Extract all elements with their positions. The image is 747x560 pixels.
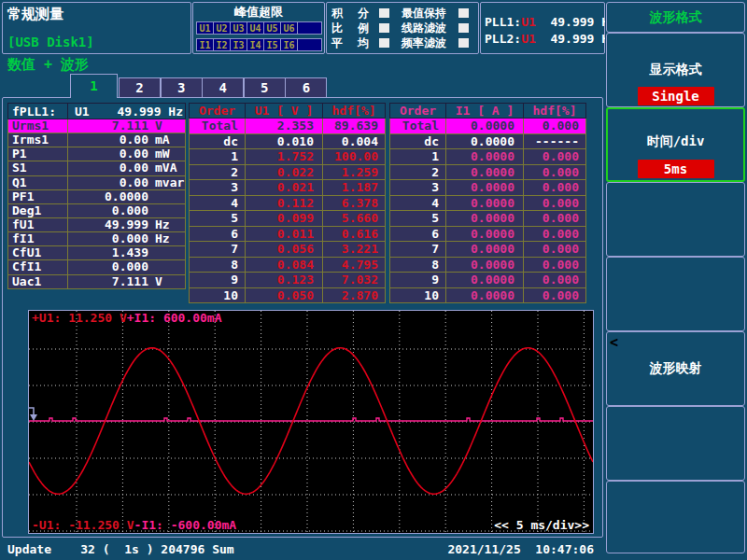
- harmonic-hdf: 6.378: [323, 196, 385, 211]
- measure-value: 0.000: [68, 204, 148, 217]
- measure-unit: [148, 260, 185, 273]
- harmonic-order: 4: [190, 196, 246, 211]
- softkey-section0[interactable]: 显示格式Single: [606, 33, 745, 107]
- measure-value: 0.0000: [68, 190, 148, 203]
- tab-2[interactable]: 2: [119, 77, 161, 98]
- tab-6[interactable]: 6: [285, 77, 327, 98]
- measure-unit: [148, 204, 185, 217]
- u1-harmonics-table: OrderU1 [ V ]hdf[%]Total2.35389.639dc0.0…: [189, 103, 386, 303]
- harmonic-row-1: 11.752100.00: [189, 149, 386, 165]
- mode-toggle-label: 积: [331, 7, 345, 20]
- usb-status: [USB Disk1]: [7, 35, 94, 49]
- softkey-section4[interactable]: <波形映射: [606, 331, 745, 406]
- waveform-canvas: [29, 311, 593, 533]
- softkey-label: 时间/div: [608, 133, 743, 150]
- filter-toggle-label: 最值保持: [402, 7, 450, 20]
- measure-name: fU1: [8, 218, 68, 231]
- measure-name: Deg1: [8, 204, 68, 217]
- peak-cell-u1: U1: [196, 21, 214, 35]
- softkey-sidebar: 波形格式 显示格式Single时间/div5ms<波形映射: [605, 0, 747, 560]
- harmonic-order: Total: [390, 119, 446, 133]
- measure-name: fI1: [8, 232, 68, 245]
- harmonic-order: 9: [190, 273, 246, 287]
- harmonic-value: 0.123: [246, 273, 323, 287]
- tab-1[interactable]: 1: [70, 74, 118, 98]
- harmonics-header: OrderU1 [ V ]hdf[%]: [189, 103, 386, 119]
- softkey-div[interactable]: 时间/div5ms: [606, 107, 745, 182]
- pll-row: PLL1:U1 49.999 Hz: [485, 15, 616, 29]
- page-title: 常规测量: [7, 6, 63, 23]
- measure-row-irms1: Irms10.00mA: [7, 133, 186, 147]
- harmonic-hdf: 0.000: [524, 149, 585, 164]
- mode-toggle-label: 例: [358, 22, 371, 35]
- harmonic-value: 0.056: [246, 242, 323, 257]
- mode-toggle-label: 平: [331, 37, 345, 49]
- harmonic-row-4: 40.1126.378: [189, 196, 386, 212]
- measure-name: P1: [8, 147, 68, 161]
- softkey-empty-5: [606, 406, 745, 481]
- harmonic-hdf: 0.616: [323, 227, 385, 242]
- peak-cell-i5: I5: [263, 38, 281, 51]
- harmonic-row-total: Total0.00000.000: [389, 119, 586, 134]
- filter-toggle-label: 线路滤波: [402, 22, 450, 35]
- harmonic-row-dc: dc0.0000------: [389, 134, 586, 150]
- harmonic-hdf: 0.000: [524, 273, 585, 287]
- measure-value: 1.439: [68, 246, 148, 259]
- measure-name: Q1: [8, 176, 68, 189]
- measure-value: 0.00: [68, 147, 148, 161]
- measure-unit: Hz: [148, 232, 185, 245]
- measurement-table-header: fPLL1: U1 49.999 Hz: [7, 103, 186, 119]
- harmonic-order: 5: [390, 211, 446, 226]
- softkey-empty-6: [606, 481, 745, 553]
- harmonic-hdf: 1.187: [323, 180, 385, 195]
- harmonic-row-5: 50.0995.660: [189, 211, 386, 227]
- harmonic-value: 0.0000: [446, 180, 524, 195]
- peak-u-row: U1U2U3U4U5U6: [196, 21, 321, 35]
- harmonic-order: 10: [390, 288, 446, 303]
- harmonic-row-8: 80.00000.000: [389, 258, 586, 273]
- status-bar: Update 32 ( 1s ) 204796 Sum 2021/11/25 1…: [0, 539, 603, 560]
- main-panel: fPLL1: U1 49.999 Hz Urms17.111VIrms10.00…: [2, 97, 603, 538]
- update-status: Update 32 ( 1s ) 204796 Sum: [7, 542, 234, 556]
- harmonic-value: 1.752: [246, 149, 323, 164]
- tab-3[interactable]: 3: [161, 77, 203, 98]
- peak-cell-u2: U2: [213, 21, 231, 35]
- softkey-value-button[interactable]: Single: [638, 87, 714, 105]
- softkey-value-button[interactable]: 5ms: [638, 160, 714, 178]
- harmonic-value: 0.0000: [446, 242, 524, 257]
- harmonic-value: 0.0000: [446, 211, 524, 226]
- measure-row-s1: S10.00mVA: [7, 161, 186, 175]
- harmonic-order: 2: [390, 165, 446, 180]
- timebase-label: << 5 ms/div>>: [494, 518, 589, 532]
- tab-5[interactable]: 5: [244, 77, 286, 98]
- harmonic-row-2: 20.0221.259: [189, 165, 386, 181]
- harmonic-value: 0.0000: [446, 149, 524, 164]
- measure-name: Irms1: [8, 133, 68, 147]
- tab-4[interactable]: 4: [202, 77, 244, 98]
- mode-toggle-checkbox: [379, 38, 389, 48]
- measure-row-fi1: fI10.000Hz: [7, 232, 186, 246]
- measure-value: 7.111: [68, 119, 148, 133]
- mode-toggle-box: 积分最值保持比例线路滤波平均频率滤波: [326, 2, 479, 54]
- harmonic-hdf: 0.000: [524, 211, 585, 226]
- harmonic-hdf: 0.000: [524, 258, 585, 273]
- mode-toggle-checkbox: [379, 8, 389, 18]
- measure-row-deg1: Deg10.000: [7, 204, 186, 218]
- harmonic-hdf: 3.221: [323, 242, 385, 257]
- harmonic-order: 9: [390, 273, 446, 287]
- harmonic-value: 0.099: [246, 211, 323, 226]
- measure-row-pf1: PF10.0000: [7, 190, 186, 204]
- harmonic-row-7: 70.00000.000: [389, 242, 586, 258]
- measure-value: 0.00: [68, 133, 148, 147]
- harmonic-order: Total: [190, 119, 246, 133]
- collapse-menu-arrow-icon[interactable]: <: [610, 334, 618, 351]
- harmonic-hdf: 0.000: [524, 180, 585, 195]
- fpll-value: 49.999 Hz: [90, 104, 185, 119]
- measure-unit: mvar: [148, 176, 185, 189]
- harmonic-row-9: 90.00000.000: [389, 273, 586, 288]
- harmonic-row-3: 30.0211.187: [189, 180, 386, 196]
- measure-name: CfU1: [8, 246, 68, 259]
- pll-label: PLL2:: [485, 32, 521, 46]
- softkey-label: 波形映射: [607, 360, 744, 377]
- mode-toggle-label: 比: [331, 22, 345, 35]
